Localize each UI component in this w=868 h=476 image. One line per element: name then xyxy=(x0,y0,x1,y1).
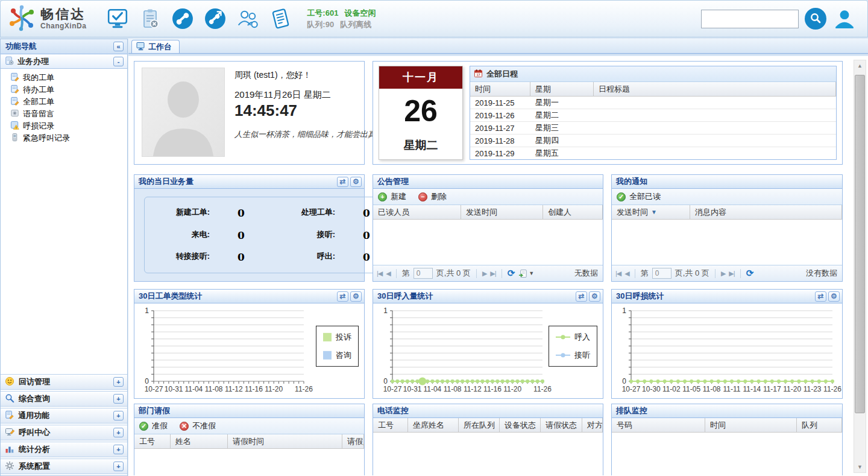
新建-button[interactable]: +新建 xyxy=(378,191,406,202)
prev-page-button[interactable]: ◀ xyxy=(386,270,390,278)
column-header-创建人[interactable]: 创建人 xyxy=(543,205,603,219)
column-header-日程标题[interactable]: 日程标题 xyxy=(594,82,836,96)
column-header-号码[interactable]: 号码 xyxy=(612,418,705,432)
section-expand-button[interactable]: + xyxy=(113,428,124,437)
column-header-消息内容[interactable]: 消息内容 xyxy=(690,205,842,219)
section-expand-button[interactable]: + xyxy=(113,445,124,454)
settings-button[interactable]: ⚙ xyxy=(350,291,362,302)
first-page-button[interactable]: |◀ xyxy=(615,270,621,278)
column-header-所在队列[interactable]: 所在队列 xyxy=(459,418,500,432)
table-row[interactable]: 2019-11-25星期一 xyxy=(470,97,836,109)
avatar xyxy=(142,68,225,157)
refresh-button[interactable]: ⇄ xyxy=(337,291,348,302)
stat-value: 0 xyxy=(212,207,270,219)
settings-button[interactable]: ⚙ xyxy=(828,291,840,302)
table-row[interactable]: 2019-11-28星期四 xyxy=(470,135,836,147)
column-header-设备状态[interactable]: 设备状态 xyxy=(500,418,541,432)
column-header-已读人员[interactable]: 已读人员 xyxy=(373,205,461,219)
next-page-button[interactable]: ▶ xyxy=(721,270,725,278)
scroll-down-arrow-icon[interactable]: ▼ xyxy=(854,462,866,472)
sidebar-section-回访管理[interactable]: 回访管理 + xyxy=(1,374,127,390)
svg-text:11-08: 11-08 xyxy=(444,385,462,393)
准假-button[interactable]: ✓准假 xyxy=(139,420,168,431)
user-profile-icon[interactable] xyxy=(832,7,857,31)
section-expand-button[interactable]: + xyxy=(113,377,124,387)
svg-text:11-12: 11-12 xyxy=(225,385,243,393)
notes-icon[interactable] xyxy=(268,7,292,31)
column-header-请假状态[interactable]: 请假状态 xyxy=(541,418,582,432)
不准假-button[interactable]: ✕不准假 xyxy=(180,420,216,431)
section-expand-button[interactable]: + xyxy=(113,462,124,471)
refresh-icon[interactable]: ⟳ xyxy=(746,268,754,279)
settings-button[interactable]: ⚙ xyxy=(350,177,362,187)
column-header-时间[interactable]: 时间 xyxy=(705,418,797,432)
refresh-button[interactable]: ⇄ xyxy=(815,291,826,302)
column-header-对方号码[interactable]: 对方号码 xyxy=(582,418,603,432)
column-header-星期[interactable]: 星期 xyxy=(530,82,594,96)
sidebar-section-综合查询[interactable]: 综合查询 + xyxy=(1,391,127,407)
全部已读-button[interactable]: ✓全部已读 xyxy=(617,191,661,202)
clipboard-cancel-icon[interactable] xyxy=(138,7,162,31)
conference-icon[interactable] xyxy=(236,7,260,31)
column-header-工号[interactable]: 工号 xyxy=(134,434,171,448)
sidebar-item-语音留言[interactable]: 语音留言 xyxy=(10,108,127,120)
stat-label: 来电: xyxy=(145,229,212,241)
table-row[interactable]: 2019-11-26星期二 xyxy=(470,109,836,122)
export-icon[interactable]: ▼ xyxy=(518,269,534,278)
next-page-button[interactable]: ▶ xyxy=(482,270,486,278)
stat-label: 处理工单: xyxy=(270,207,338,219)
column-header-姓名[interactable]: 姓名 xyxy=(171,434,228,448)
删除-button[interactable]: −删除 xyxy=(418,191,447,202)
section-expand-button[interactable]: + xyxy=(113,394,124,404)
refresh-icon[interactable]: ⟳ xyxy=(508,268,515,279)
sidebar-section-呼叫中心[interactable]: 呼叫中心 + xyxy=(1,425,127,440)
prev-page-button[interactable]: ◀ xyxy=(624,270,629,278)
daily-stats-panel: 我的当日业务量 ⇄⚙ 新建工单:0处理工单:0来电:0接听:0转接接听:0呼出:… xyxy=(134,174,365,282)
workstation-check-icon[interactable] xyxy=(105,7,130,31)
section-collapse-button[interactable]: - xyxy=(113,57,124,66)
search-button[interactable] xyxy=(805,8,826,30)
sidebar-section-统计分析[interactable]: 统计分析 + xyxy=(1,442,127,457)
settings-button[interactable]: ⚙ xyxy=(589,291,600,302)
scrollbar-thumb[interactable] xyxy=(855,75,865,413)
sidebar-section-通用功能[interactable]: 通用功能 + xyxy=(1,408,127,424)
first-page-button[interactable]: |◀ xyxy=(377,270,382,278)
column-header-坐席姓名[interactable]: 坐席姓名 xyxy=(408,418,459,432)
column-header-时间[interactable]: 时间 xyxy=(470,82,530,96)
chart-area: 1010-2710-3111-0411-0811-1211-1611-2011-… xyxy=(373,303,603,398)
sidebar-item-我的工单[interactable]: 我的工单 xyxy=(10,72,127,84)
svg-text:11-12: 11-12 xyxy=(464,385,482,393)
queue-monitor-grid-body xyxy=(612,433,842,475)
workorder-icon xyxy=(10,97,19,107)
section-label: 通用功能 xyxy=(18,410,49,421)
sidebar-item-待办工单[interactable]: 待办工单 xyxy=(10,84,127,96)
column-header-发送时间[interactable]: 发送时间▼ xyxy=(612,205,690,219)
section-expand-button[interactable]: + xyxy=(113,411,124,420)
sidebar-collapse-button[interactable]: « xyxy=(113,42,124,51)
sidebar-section-business[interactable]: 业务办理 - xyxy=(1,54,127,69)
column-header-请假原因[interactable]: 请假原因 xyxy=(342,434,364,448)
last-page-button[interactable]: ▶| xyxy=(729,270,734,278)
refresh-button[interactable]: ⇄ xyxy=(576,291,587,302)
page-number-input[interactable] xyxy=(414,268,433,279)
sidebar-section-系统配置[interactable]: 系统配置 + xyxy=(1,459,127,474)
search-input[interactable] xyxy=(701,10,799,28)
sidebar-item-紧急呼叫记录[interactable]: 紧急呼叫记录 xyxy=(10,132,127,144)
column-header-请假时间[interactable]: 请假时间 xyxy=(228,434,342,448)
column-header-工号[interactable]: 工号 xyxy=(373,418,408,432)
table-row[interactable]: 2019-11-27星期三 xyxy=(470,122,836,135)
chart-legend: 呼入接听 xyxy=(549,325,597,366)
vertical-scrollbar[interactable]: ▲ ▼ xyxy=(854,60,866,473)
sidebar-item-全部工单[interactable]: 全部工单 xyxy=(10,96,127,108)
tab-workbench[interactable]: 工作台 xyxy=(131,40,180,53)
last-page-button[interactable]: ▶| xyxy=(490,270,495,278)
page-number-input[interactable] xyxy=(652,268,671,279)
phone-transfer-icon[interactable] xyxy=(203,7,227,31)
phone-icon[interactable] xyxy=(171,7,195,31)
sidebar-item-呼损记录[interactable]: 呼损记录 xyxy=(10,120,127,132)
refresh-button[interactable]: ⇄ xyxy=(337,177,348,187)
table-row[interactable]: 2019-11-29星期五 xyxy=(470,147,836,159)
column-header-队列[interactable]: 队列 xyxy=(797,418,842,432)
column-header-发送时间[interactable]: 发送时间 xyxy=(461,205,543,219)
scroll-up-arrow-icon[interactable]: ▲ xyxy=(854,60,866,71)
